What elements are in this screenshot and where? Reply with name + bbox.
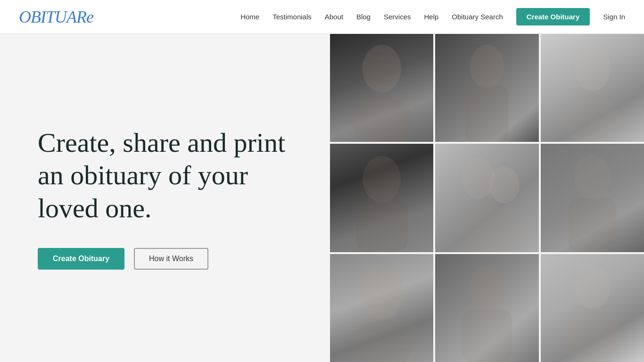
svg-point-14 bbox=[351, 320, 413, 362]
nav-services[interactable]: Services bbox=[384, 13, 411, 21]
hero-heading: Create, share and print an obituary of y… bbox=[38, 126, 302, 225]
create-obituary-button[interactable]: Create Obituary bbox=[38, 248, 124, 270]
nav-create-obituary[interactable]: Create Obituary bbox=[516, 8, 590, 25]
nav-help[interactable]: Help bbox=[424, 13, 439, 21]
photo-1 bbox=[330, 34, 433, 142]
svg-rect-12 bbox=[569, 198, 616, 252]
svg-point-11 bbox=[574, 155, 611, 200]
svg-point-1 bbox=[351, 94, 412, 142]
photo-6 bbox=[541, 144, 644, 252]
logo-italic: e bbox=[86, 8, 93, 26]
svg-point-10 bbox=[459, 206, 524, 252]
hero-text-area: Create, share and print an obituary of y… bbox=[0, 34, 330, 362]
photo-7 bbox=[330, 254, 433, 362]
svg-point-2 bbox=[470, 45, 504, 88]
svg-point-13 bbox=[360, 266, 404, 320]
hero-section: Create, share and print an obituary of y… bbox=[0, 34, 644, 362]
svg-point-6 bbox=[363, 156, 401, 203]
svg-rect-3 bbox=[465, 86, 509, 142]
nav-blog[interactable]: Blog bbox=[356, 13, 371, 21]
photo-grid bbox=[330, 34, 644, 362]
photo-4 bbox=[330, 144, 433, 252]
svg-rect-18 bbox=[568, 307, 617, 362]
svg-point-0 bbox=[362, 45, 401, 92]
navbar: OBITUARe Home Testimonials About Blog Se… bbox=[0, 0, 644, 34]
photo-5 bbox=[435, 144, 538, 252]
hero-buttons: Create Obituary How it Works bbox=[38, 248, 302, 270]
svg-rect-7 bbox=[356, 200, 408, 252]
nav-about[interactable]: About bbox=[325, 13, 343, 21]
photo-2 bbox=[435, 34, 538, 142]
svg-point-5 bbox=[564, 97, 620, 142]
nav-obituary-search[interactable]: Obituary Search bbox=[452, 13, 503, 21]
svg-rect-16 bbox=[462, 309, 512, 362]
photo-9 bbox=[541, 254, 644, 362]
site-logo[interactable]: OBITUARe bbox=[19, 7, 93, 27]
svg-point-4 bbox=[574, 46, 611, 91]
how-it-works-button[interactable]: How it Works bbox=[134, 248, 208, 270]
photo-3 bbox=[541, 34, 644, 142]
photo-8 bbox=[435, 254, 538, 362]
nav-links: Home Testimonials About Blog Services He… bbox=[240, 13, 625, 21]
svg-point-8 bbox=[462, 158, 495, 199]
svg-point-15 bbox=[469, 265, 506, 311]
svg-point-9 bbox=[489, 167, 520, 203]
nav-home[interactable]: Home bbox=[240, 13, 259, 21]
nav-testimonials[interactable]: Testimonials bbox=[272, 13, 312, 21]
logo-main: OBITUAR bbox=[19, 8, 86, 26]
svg-point-17 bbox=[575, 265, 610, 309]
nav-sign-in[interactable]: Sign In bbox=[603, 13, 625, 21]
